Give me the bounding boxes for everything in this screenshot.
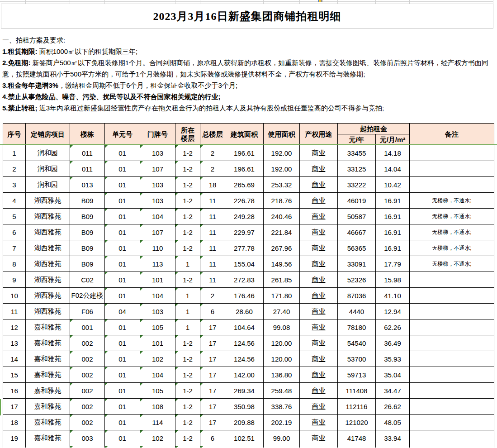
cell-building[interactable]: 001 bbox=[70, 319, 105, 335]
cell-unit[interactable]: 01 bbox=[105, 272, 140, 288]
cell-floor[interactable]: 1-2 bbox=[175, 240, 200, 256]
cell-rent-per-year[interactable]: 33455 bbox=[338, 145, 376, 161]
cell-usable-area[interactable]: 99.00 bbox=[264, 430, 300, 446]
cell-rent-per-month-sqm[interactable]: 35.04 bbox=[376, 367, 410, 383]
cell-total-floors[interactable]: 17 bbox=[200, 383, 225, 399]
cell-rent-per-year[interactable]: 59713 bbox=[338, 367, 376, 383]
cell-door[interactable]: 107 bbox=[140, 161, 175, 177]
cell-rent-per-year[interactable]: 33222 bbox=[338, 177, 376, 193]
cell-total-floors[interactable]: 11 bbox=[200, 209, 225, 224]
cell-unit[interactable]: 01 bbox=[105, 383, 140, 399]
cell-building[interactable]: F02公建楼 bbox=[70, 288, 105, 304]
cell-gross-area[interactable]: 124.56 bbox=[225, 351, 264, 367]
cell-rent-per-year[interactable]: 78180 bbox=[338, 319, 376, 335]
cell-rent-per-month-sqm[interactable]: 14.18 bbox=[376, 145, 410, 161]
cell-project[interactable]: 湖西雅苑 bbox=[26, 240, 70, 256]
header-total-floors[interactable]: 总楼层 bbox=[200, 124, 225, 145]
cell-unit[interactable]: 01 bbox=[105, 351, 140, 367]
cell-door[interactable]: 103 bbox=[140, 193, 175, 209]
cell-floor[interactable]: 1-2 bbox=[175, 193, 200, 209]
cell-gross-area[interactable]: 226.78 bbox=[225, 193, 264, 209]
cell-property-use[interactable]: 商业 bbox=[300, 383, 338, 399]
cell-remark[interactable] bbox=[410, 430, 494, 446]
cell-remark[interactable]: 无楼梯，不通水; bbox=[410, 193, 494, 209]
cell-total-floors[interactable]: 11 bbox=[200, 224, 225, 240]
cell-property-use[interactable]: 商业 bbox=[300, 224, 338, 240]
cell-gross-area[interactable]: 249.28 bbox=[225, 209, 264, 224]
cell-floor[interactable]: 1-2 bbox=[175, 177, 200, 193]
cell-floor[interactable]: 1 bbox=[175, 288, 200, 304]
cell-unit[interactable]: 01 bbox=[105, 193, 140, 209]
cell-building[interactable] bbox=[70, 446, 105, 448]
cell-property-use[interactable]: 商业 bbox=[300, 256, 338, 272]
cell-total-floors[interactable]: 2 bbox=[200, 161, 225, 177]
cell-property-use[interactable]: 商业 bbox=[300, 193, 338, 209]
cell-property-use[interactable]: 商业 bbox=[300, 272, 338, 288]
cell-property-use[interactable]: 商业 bbox=[300, 240, 338, 256]
cell-remark[interactable] bbox=[410, 351, 494, 367]
cell-project[interactable]: 嘉和雅苑 bbox=[26, 335, 70, 351]
cell-total-floors[interactable]: 2 bbox=[200, 288, 225, 304]
cell-total-floors[interactable]: 6 bbox=[200, 430, 225, 446]
header-door[interactable]: 门牌号 bbox=[140, 124, 175, 145]
cell-index[interactable]: 5 bbox=[3, 209, 26, 224]
cell-remark[interactable] bbox=[410, 304, 494, 319]
cell-rent-per-year[interactable]: 41748 bbox=[338, 430, 376, 446]
cell-project[interactable]: 嘉和雅苑 bbox=[26, 430, 70, 446]
cell-floor[interactable]: 1-2 bbox=[175, 145, 200, 161]
cell-building[interactable]: 002 bbox=[70, 399, 105, 415]
cell-project[interactable]: 嘉和雅苑 bbox=[26, 351, 70, 367]
cell-gross-area[interactable]: 229.97 bbox=[225, 224, 264, 240]
cell-property-use[interactable]: 商业 bbox=[300, 161, 338, 177]
cell-usable-area[interactable]: 253.32 bbox=[264, 177, 300, 193]
cell-project[interactable]: 嘉和雅苑 bbox=[26, 383, 70, 399]
cell-rent-per-month-sqm[interactable]: 35.93 bbox=[376, 351, 410, 367]
cell-total-floors[interactable]: 2 bbox=[200, 145, 225, 161]
cell-property-use[interactable]: 商业 bbox=[300, 209, 338, 224]
cell-index[interactable]: 16 bbox=[3, 383, 26, 399]
cell-door[interactable]: 102 bbox=[140, 351, 175, 367]
header-starting-rent[interactable]: 起拍租金 bbox=[338, 124, 410, 134]
cell-rent-per-month-sqm[interactable] bbox=[376, 446, 410, 448]
cell-unit[interactable]: 01 bbox=[105, 335, 140, 351]
cell-rent-per-month-sqm[interactable]: 33.94 bbox=[376, 430, 410, 446]
cell-index[interactable]: 10 bbox=[3, 288, 26, 304]
cell-property-use[interactable]: 商业 bbox=[300, 145, 338, 161]
cell-usable-area[interactable]: 240.46 bbox=[264, 209, 300, 224]
cell-usable-area[interactable]: 27.40 bbox=[264, 304, 300, 319]
cell-index[interactable]: 15 bbox=[3, 367, 26, 383]
cell-project[interactable]: 润和园 bbox=[26, 161, 70, 177]
cell-gross-area[interactable]: 124.56 bbox=[225, 335, 264, 351]
cell-gross-area[interactable]: 196.61 bbox=[225, 145, 264, 161]
cell-rent-per-year[interactable]: 111408 bbox=[338, 383, 376, 399]
cell-building[interactable]: B09 bbox=[70, 256, 105, 272]
cell-floor[interactable]: 1-2 bbox=[175, 161, 200, 177]
cell-floor[interactable]: 1-2 bbox=[175, 399, 200, 415]
cell-door[interactable]: 107 bbox=[140, 224, 175, 240]
header-project[interactable]: 定销房项目 bbox=[26, 124, 70, 145]
cell-index[interactable]: 13 bbox=[3, 335, 26, 351]
cell-index[interactable]: 3 bbox=[3, 177, 26, 193]
cell-building[interactable]: 011 bbox=[70, 145, 105, 161]
cell-index[interactable]: 11 bbox=[3, 304, 26, 319]
cell-project[interactable]: 嘉和雅苑 bbox=[26, 319, 70, 335]
cell-remark[interactable] bbox=[410, 446, 494, 448]
cell-usable-area[interactable]: 261.85 bbox=[264, 272, 300, 288]
cell-index[interactable]: 18 bbox=[3, 415, 26, 430]
cell-project[interactable]: 湖西雅苑 bbox=[26, 193, 70, 209]
cell-gross-area[interactable]: 155.04 bbox=[225, 256, 264, 272]
cell-remark[interactable] bbox=[410, 161, 494, 177]
cell-rent-per-month-sqm[interactable]: 36.49 bbox=[376, 335, 410, 351]
cell-rent-per-year[interactable]: 54540 bbox=[338, 335, 376, 351]
cell-floor[interactable]: 1-2 bbox=[175, 430, 200, 446]
cell-door[interactable]: 113 bbox=[140, 256, 175, 272]
cell-index[interactable] bbox=[3, 446, 26, 448]
cell-property-use[interactable]: 商业 bbox=[300, 319, 338, 335]
cell-usable-area[interactable]: 192.00 bbox=[264, 145, 300, 161]
cell-total-floors[interactable]: 17 bbox=[200, 415, 225, 430]
cell-door[interactable]: 102 bbox=[140, 430, 175, 446]
cell-rent-per-month-sqm[interactable]: 14.04 bbox=[376, 161, 410, 177]
cell-project[interactable]: 嘉和雅苑 bbox=[26, 399, 70, 415]
cell-project[interactable]: 湖西雅苑 bbox=[26, 272, 70, 288]
cell-gross-area[interactable]: 350.98 bbox=[225, 399, 264, 415]
